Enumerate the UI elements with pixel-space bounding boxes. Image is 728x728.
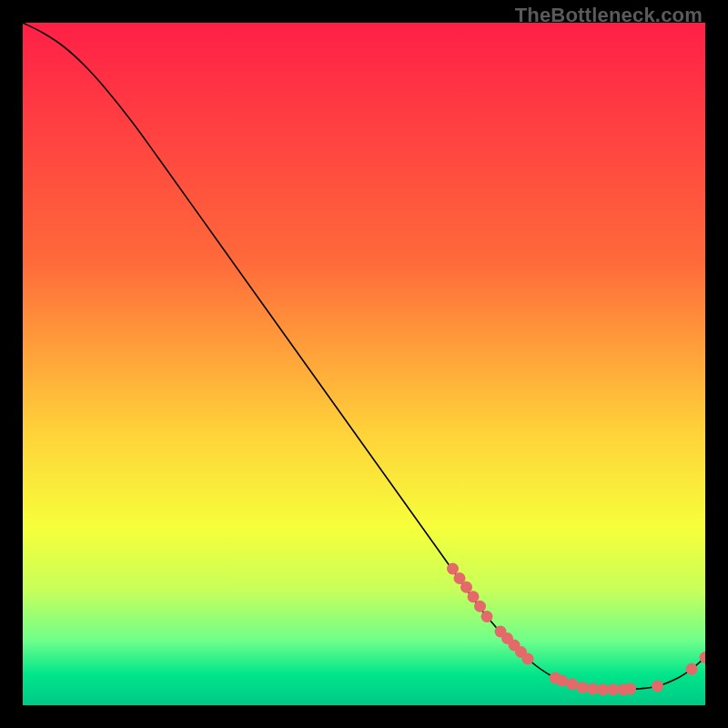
data-marker bbox=[474, 601, 486, 612]
chart-stage: TheBottleneck.com bbox=[0, 0, 728, 728]
plot-area bbox=[23, 23, 705, 705]
data-marker bbox=[481, 611, 493, 622]
data-marker bbox=[652, 681, 663, 693]
plot-background bbox=[23, 23, 705, 705]
data-marker bbox=[447, 563, 459, 575]
data-marker bbox=[468, 591, 480, 602]
data-marker bbox=[624, 683, 636, 695]
data-marker bbox=[566, 678, 578, 690]
data-marker bbox=[597, 683, 609, 695]
data-marker bbox=[587, 683, 599, 695]
data-marker bbox=[556, 675, 568, 687]
chart-svg bbox=[23, 23, 705, 705]
data-marker bbox=[686, 663, 698, 675]
data-marker bbox=[460, 581, 472, 593]
data-marker bbox=[522, 653, 534, 665]
data-marker bbox=[607, 683, 619, 695]
data-marker bbox=[577, 682, 589, 693]
